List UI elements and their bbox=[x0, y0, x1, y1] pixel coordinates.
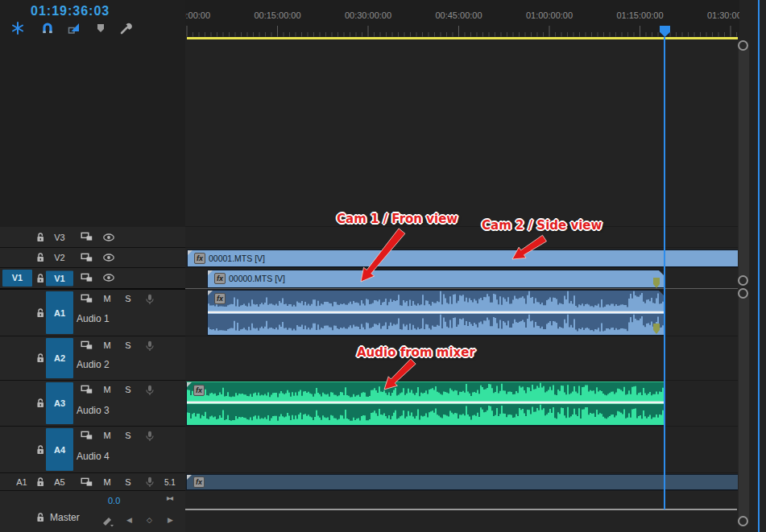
add-keyframe-pen-icon[interactable] bbox=[101, 516, 114, 527]
nest-sequences-icon[interactable] bbox=[10, 21, 25, 35]
solo-button[interactable]: S bbox=[122, 431, 134, 440]
sync-lock-icon[interactable] bbox=[81, 431, 93, 440]
track-select-a3[interactable]: A3 bbox=[46, 382, 73, 424]
solo-button[interactable]: S bbox=[122, 294, 134, 303]
clip-00001-mts-v2[interactable]: fx 00001.MTS [V] bbox=[187, 250, 739, 267]
track-select-a5[interactable]: A5 bbox=[46, 474, 73, 489]
audio-clip-a1[interactable]: fx bbox=[207, 290, 665, 336]
lock-icon[interactable] bbox=[35, 398, 46, 409]
sync-lock-icon[interactable] bbox=[81, 477, 93, 487]
waveform-left-channel bbox=[187, 382, 664, 401]
annotation-cam1: Cam 1 / Fron view bbox=[337, 212, 458, 226]
track-name-label[interactable]: Audio 2 bbox=[77, 359, 110, 370]
fx-badge[interactable]: fx bbox=[214, 273, 226, 284]
lock-icon[interactable] bbox=[35, 232, 46, 243]
mute-button[interactable]: M bbox=[101, 385, 113, 394]
fx-badge[interactable]: fx bbox=[194, 253, 205, 264]
track-select-v3[interactable]: V3 bbox=[46, 229, 73, 245]
mute-button[interactable]: M bbox=[101, 431, 113, 440]
sync-lock-icon[interactable] bbox=[81, 253, 93, 262]
track-lane-divider bbox=[185, 247, 739, 248]
timeline-tracks-area[interactable]: 00:00:00:0000:15:00:0000:30:00:0000:45:0… bbox=[185, 0, 739, 532]
add-remove-keyframe-icon[interactable]: ◇ bbox=[147, 516, 152, 524]
lock-icon[interactable] bbox=[35, 444, 46, 456]
track-select-a2[interactable]: A2 bbox=[46, 338, 73, 378]
clip-name: 00001.MTS [V] bbox=[209, 254, 265, 263]
track-header-v3: V3 bbox=[0, 227, 185, 248]
clip-marker[interactable] bbox=[653, 278, 660, 288]
track-lane-divider bbox=[185, 288, 739, 289]
work-area-bar[interactable] bbox=[187, 37, 738, 39]
prev-keyframe-icon[interactable]: ◀ bbox=[126, 516, 132, 524]
annotation-cam2: Cam 2 / Side view bbox=[482, 218, 602, 233]
track-output-eye-icon[interactable] bbox=[102, 253, 115, 262]
fx-badge[interactable]: fx bbox=[214, 293, 226, 304]
audio-tracks-scrollbar-thumb[interactable] bbox=[739, 294, 749, 522]
lock-icon[interactable] bbox=[35, 273, 46, 284]
sync-lock-icon[interactable] bbox=[81, 273, 93, 282]
track-select-a1[interactable]: A1 bbox=[46, 291, 73, 334]
master-level-value[interactable]: 0.0 bbox=[108, 496, 120, 505]
solo-button[interactable]: S bbox=[122, 477, 134, 487]
mute-button[interactable]: M bbox=[101, 294, 113, 303]
track-select-v1[interactable]: V1 bbox=[46, 270, 73, 286]
fx-badge[interactable]: fx bbox=[193, 476, 205, 488]
sync-lock-icon[interactable] bbox=[81, 232, 93, 241]
lock-icon[interactable] bbox=[35, 476, 46, 488]
fx-badge[interactable]: fx bbox=[193, 385, 205, 396]
track-header-master: 0.0 ▸◂ Master ◀ ◇ ▶ bbox=[0, 491, 185, 532]
voiceover-mic-icon[interactable] bbox=[144, 294, 155, 305]
lock-icon[interactable] bbox=[35, 252, 46, 263]
clip-name: 00000.MTS [V] bbox=[229, 274, 285, 283]
track-name-label[interactable]: Audio 4 bbox=[77, 451, 110, 462]
voiceover-mic-icon[interactable] bbox=[144, 476, 155, 488]
track-lane-divider bbox=[185, 226, 739, 227]
audio-clip-a3-mixer[interactable]: fx bbox=[186, 381, 665, 426]
waveform-right-channel bbox=[187, 404, 664, 425]
track-lane-divider bbox=[185, 426, 739, 427]
collapse-keyframes-icon[interactable]: ▸◂ bbox=[167, 493, 172, 502]
source-patch-v1[interactable]: V1 bbox=[2, 270, 32, 287]
voiceover-mic-icon[interactable] bbox=[144, 340, 155, 352]
voiceover-mic-icon[interactable] bbox=[144, 385, 155, 396]
audio-clip-a5[interactable]: fx bbox=[186, 474, 739, 490]
solo-button[interactable]: S bbox=[122, 385, 134, 394]
track-lane-divider bbox=[185, 267, 739, 268]
track-header-a1: A1 M S Audio 1 bbox=[0, 290, 185, 336]
track-select-v2[interactable]: V2 bbox=[46, 250, 73, 266]
lock-icon[interactable] bbox=[35, 353, 46, 364]
track-header-a3: A3 M S Audio 3 bbox=[0, 381, 185, 427]
lock-icon[interactable] bbox=[35, 307, 46, 319]
clip-00000-mts-v1[interactable]: fx 00000.MTS [V] bbox=[207, 270, 665, 288]
add-marker-icon[interactable] bbox=[93, 21, 108, 35]
next-keyframe-icon[interactable]: ▶ bbox=[168, 516, 173, 524]
sync-lock-icon[interactable] bbox=[81, 340, 93, 350]
track-height-handle[interactable] bbox=[738, 288, 748, 299]
track-name-label[interactable]: Audio 1 bbox=[77, 313, 110, 324]
snap-magnet-icon[interactable] bbox=[40, 21, 55, 35]
track-select-a4[interactable]: A4 bbox=[46, 428, 73, 471]
panel-focus-border bbox=[758, 0, 760, 532]
sync-lock-icon[interactable] bbox=[81, 385, 93, 394]
track-header-a5: A1 A5 M S 5.1 bbox=[0, 473, 185, 491]
lock-icon[interactable] bbox=[35, 512, 46, 523]
linked-selection-icon[interactable] bbox=[67, 21, 81, 35]
voiceover-mic-icon[interactable] bbox=[144, 431, 155, 442]
track-height-handle[interactable] bbox=[738, 516, 748, 526]
source-patch-a1[interactable]: A1 bbox=[11, 477, 32, 487]
timeline-settings-wrench-icon[interactable] bbox=[118, 21, 133, 35]
mute-button[interactable]: M bbox=[101, 477, 113, 487]
track-output-eye-icon[interactable] bbox=[102, 233, 115, 242]
track-height-handle[interactable] bbox=[738, 40, 748, 51]
horizontal-scrollbar[interactable] bbox=[185, 509, 737, 510]
track-name-label[interactable]: Audio 3 bbox=[77, 405, 110, 416]
track-header-column: 01:19:36:03 V3 bbox=[0, 0, 186, 532]
mute-button[interactable]: M bbox=[101, 340, 113, 350]
track-output-eye-icon[interactable] bbox=[102, 273, 115, 282]
track-lane-divider bbox=[185, 380, 739, 381]
track-height-handle[interactable] bbox=[738, 275, 748, 286]
playhead-timecode[interactable]: 01:19:36:03 bbox=[31, 4, 110, 19]
video-tracks-scrollbar-thumb[interactable] bbox=[739, 46, 749, 281]
sync-lock-icon[interactable] bbox=[81, 294, 93, 303]
solo-button[interactable]: S bbox=[122, 340, 134, 350]
